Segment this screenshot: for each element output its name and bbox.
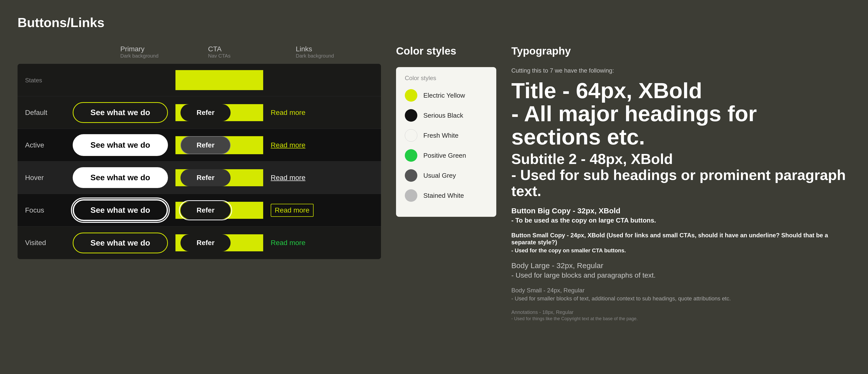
electric-yellow-label: Electric Yellow: [423, 92, 465, 99]
cta-col-sublabel: Nav CTAs: [208, 53, 293, 59]
links-col-sublabel: Dark background: [296, 53, 381, 59]
color-card: Color styles Electric Yellow Serious Bla…: [396, 67, 496, 217]
cta-active-cell: Refer: [176, 136, 263, 154]
table-row-default: Default See what we do Refer Read more: [18, 96, 381, 129]
annotations-desc: - Used for things like the Copyright tex…: [511, 316, 850, 321]
primary-col-label: Primary: [120, 45, 206, 53]
stained-white-label: Stained White: [423, 192, 464, 200]
button-big-desc: - To be used as the copy on large CTA bu…: [511, 216, 850, 224]
table-row-active: Active See what we do Refer Read more: [18, 129, 381, 162]
links-col-label: Links: [296, 45, 381, 53]
link-active[interactable]: Read more: [271, 141, 306, 149]
fresh-white-swatch: [405, 129, 417, 142]
cta-button-visited[interactable]: Refer: [181, 234, 230, 251]
body-large-label: Body Large - 32px, Regular: [511, 261, 850, 270]
button-big-label: Button Big Copy - 32px, XBold: [511, 207, 850, 215]
primary-button-focus[interactable]: See what we do: [73, 199, 168, 221]
button-small-label: Button Small Copy - 24px, XBold (Used fo…: [511, 232, 850, 246]
primary-visited-cell: See what we do: [68, 233, 176, 253]
link-default[interactable]: Read more: [271, 109, 306, 117]
primary-column-header: Primary Dark background: [118, 45, 206, 59]
state-visited-label: Visited: [18, 239, 68, 247]
state-active-label: Active: [18, 141, 68, 149]
table-row-hover: Hover See what we do Refer Read more: [18, 162, 381, 194]
button-small-desc: - Used for the copy on smaller CTA butto…: [511, 247, 850, 254]
body-large-desc: - Used for large blocks and paragraphs o…: [511, 271, 850, 279]
states-header-row: States: [18, 64, 381, 96]
primary-button-active[interactable]: See what we do: [73, 134, 168, 156]
state-focus-label: Focus: [18, 206, 68, 214]
annotations-label: Annotations - 18px, Regular: [511, 309, 850, 315]
links-active-cell: Read more: [263, 141, 338, 149]
typography-subtitle2: Subtitle 2 - 48px, XBold - Used for sub …: [511, 151, 850, 199]
state-hover-label: Hover: [18, 174, 68, 182]
usual-grey-label: Usual Grey: [423, 172, 456, 179]
color-item-positive-green: Positive Green: [405, 149, 488, 162]
cta-visited-cell: Refer: [176, 234, 263, 251]
links-default-cell: Read more: [263, 109, 338, 117]
states-label: States: [18, 76, 68, 84]
color-styles-section: Color styles Color styles Electric Yello…: [396, 45, 496, 217]
body-small-desc: - Used for smaller blocks of text, addit…: [511, 295, 850, 302]
cta-button-active[interactable]: Refer: [181, 136, 230, 154]
cta-button-default[interactable]: Refer: [181, 104, 230, 121]
cta-focus-cell: Refer: [176, 202, 263, 219]
serious-black-label: Serious Black: [423, 112, 463, 120]
typography-button-big: Button Big Copy - 32px, XBold - To be us…: [511, 207, 850, 224]
primary-button-hover[interactable]: See what we do: [73, 167, 168, 188]
typography-title: Typography: [511, 45, 850, 57]
electric-yellow-swatch: [405, 89, 417, 102]
positive-green-swatch: [405, 149, 417, 162]
fresh-white-label: Fresh White: [423, 132, 459, 139]
color-styles-title: Color styles: [396, 45, 496, 57]
cta-button-hover[interactable]: Refer: [181, 169, 230, 186]
serious-black-swatch: [405, 109, 417, 122]
cta-col-label: CTA: [208, 45, 293, 53]
cta-column-header: CTA Nav CTAs: [206, 45, 293, 59]
links-focus-cell: Read more: [263, 204, 338, 217]
typography-title-style: Title - 64px, XBold - All major headings…: [511, 79, 850, 148]
body-small-label: Body Small - 24px, Regular: [511, 287, 850, 294]
typography-body-large: Body Large - 32px, Regular - Used for la…: [511, 261, 850, 279]
column-headers: Primary Dark background CTA Nav CTAs Lin…: [18, 45, 381, 59]
primary-hover-cell: See what we do: [68, 167, 176, 188]
primary-button-visited[interactable]: See what we do: [73, 233, 168, 253]
typography-annotations: Annotations - 18px, Regular - Used for t…: [511, 309, 850, 321]
link-hover[interactable]: Read more: [271, 174, 306, 182]
cta-button-focus[interactable]: Refer: [181, 202, 230, 219]
table-row-visited: Visited See what we do Refer Read more: [18, 227, 381, 259]
state-default-label: Default: [18, 109, 68, 117]
color-card-title: Color styles: [405, 75, 488, 81]
primary-button-default[interactable]: See what we do: [73, 102, 168, 123]
color-item-usual-grey: Usual Grey: [405, 169, 488, 182]
links-hover-cell: Read more: [263, 174, 338, 182]
usual-grey-swatch: [405, 169, 417, 182]
color-item-serious-black: Serious Black: [405, 109, 488, 122]
typography-intro: Cutting this to 7 we have the following:: [511, 67, 850, 74]
link-focus[interactable]: Read more: [271, 204, 314, 217]
buttons-links-section: Primary Dark background CTA Nav CTAs Lin…: [18, 45, 381, 259]
page-title: Buttons/Links: [18, 15, 850, 30]
typography-body-small: Body Small - 24px, Regular - Used for sm…: [511, 287, 850, 302]
primary-active-cell: See what we do: [68, 134, 176, 156]
primary-default-cell: See what we do: [68, 102, 176, 123]
cta-states-empty: [176, 70, 263, 90]
buttons-table: States Default See what we do Refer Rea: [18, 64, 381, 259]
primary-col-sublabel: Dark background: [120, 53, 206, 59]
cta-hover-cell: Refer: [176, 169, 263, 186]
link-visited[interactable]: Read more: [271, 239, 306, 247]
cta-default-cell: Refer: [176, 104, 263, 121]
typography-section: Typography Cutting this to 7 we have the…: [511, 45, 850, 321]
color-item-electric-yellow: Electric Yellow: [405, 89, 488, 102]
stained-white-swatch: [405, 189, 417, 202]
links-column-header: Links Dark background: [293, 45, 381, 59]
typography-button-small: Button Small Copy - 24px, XBold (Used fo…: [511, 232, 850, 254]
color-item-fresh-white: Fresh White: [405, 129, 488, 142]
links-visited-cell: Read more: [263, 239, 338, 247]
table-row-focus: Focus See what we do Refer Read more: [18, 194, 381, 227]
positive-green-label: Positive Green: [423, 152, 466, 160]
color-item-stained-white: Stained White: [405, 189, 488, 202]
primary-focus-cell: See what we do: [68, 199, 176, 221]
